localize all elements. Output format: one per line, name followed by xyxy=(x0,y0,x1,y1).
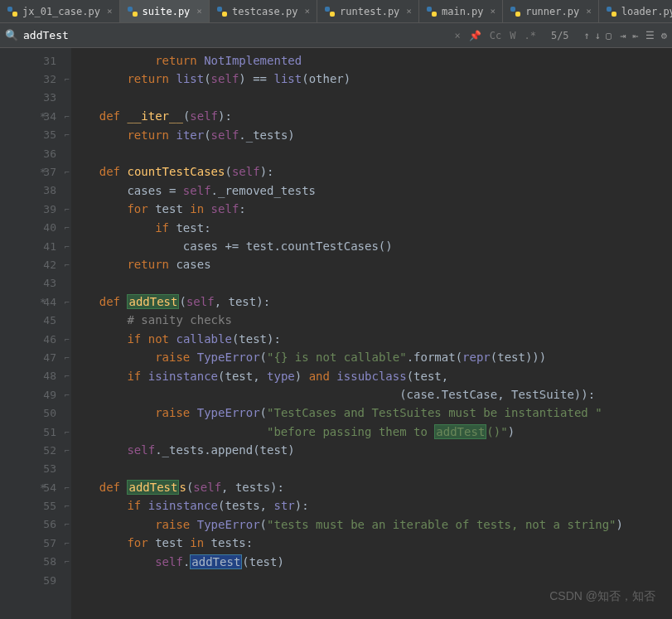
tab-label: runner.py xyxy=(525,6,579,17)
regex-toggle[interactable]: .* xyxy=(524,30,535,41)
tab-testcase-py[interactable]: testcase.py× xyxy=(210,0,317,22)
line-number: 33 xyxy=(0,89,71,107)
close-tab-icon[interactable]: × xyxy=(586,6,592,17)
svg-rect-3 xyxy=(133,12,138,17)
code-line[interactable]: if isinstance(test, type) and issubclass… xyxy=(71,367,623,385)
code-line[interactable]: raise TypeError("{} is not callable".for… xyxy=(71,348,623,366)
find-tool-3-icon[interactable]: ☰ xyxy=(645,30,655,41)
code-content[interactable]: return NotImplemented return list(self) … xyxy=(71,48,623,619)
python-file-icon xyxy=(216,6,228,17)
code-line[interactable] xyxy=(71,89,623,107)
match-case-toggle[interactable]: Cc xyxy=(490,30,501,41)
python-file-icon xyxy=(606,6,617,17)
tab-label: jx_01_case.py xyxy=(22,6,100,17)
code-line[interactable] xyxy=(71,460,623,478)
find-select-all-icon[interactable]: ▢ xyxy=(606,30,612,41)
code-line[interactable] xyxy=(71,274,623,293)
find-tool-1-icon[interactable]: ⇥ xyxy=(620,30,626,41)
close-tab-icon[interactable]: × xyxy=(107,6,113,17)
tab-runner-py[interactable]: runner.py× xyxy=(503,0,599,22)
python-file-icon xyxy=(127,6,138,17)
svg-rect-9 xyxy=(432,12,437,17)
tab-label: runtest.py xyxy=(340,6,399,17)
svg-rect-5 xyxy=(222,12,227,17)
svg-rect-7 xyxy=(330,12,335,17)
code-line[interactable]: (case.TestCase, TestSuite)): xyxy=(71,385,623,404)
svg-rect-1 xyxy=(12,12,17,17)
line-number: 51⌐ xyxy=(0,423,71,441)
line-number: 59 xyxy=(0,571,71,589)
line-number: 57⌐ xyxy=(0,534,71,552)
tab-runtest-py[interactable]: runtest.py× xyxy=(317,0,419,22)
code-line[interactable]: cases = self._removed_tests xyxy=(71,181,623,200)
tab-label: loader.py xyxy=(621,6,672,17)
line-number: 42⌐ xyxy=(0,255,71,273)
line-number: 36 xyxy=(0,144,71,162)
find-pin-icon[interactable]: 📌 xyxy=(469,30,481,41)
code-line[interactable]: raise TypeError("tests must be an iterab… xyxy=(71,515,623,534)
code-line[interactable]: if isinstance(tests, str): xyxy=(71,496,623,515)
python-file-icon xyxy=(7,6,18,17)
python-file-icon xyxy=(510,6,521,17)
line-number: 46⌐ xyxy=(0,330,71,348)
code-line[interactable]: "before passing them to addTest()") xyxy=(71,423,623,441)
close-tab-icon[interactable]: × xyxy=(491,6,496,17)
line-number: 49⌐ xyxy=(0,385,71,404)
code-line[interactable]: self._tests.append(test) xyxy=(71,441,623,459)
find-prev-icon[interactable]: ↑ xyxy=(584,30,590,41)
code-line[interactable]: for test in self: xyxy=(71,200,623,218)
editor-area[interactable]: 3132⌐33*34⌐35⌐36*37⌐3839⌐40⌐41⌐42⌐43*44⌐… xyxy=(0,48,672,619)
line-number: 58⌐ xyxy=(0,553,71,571)
code-line[interactable]: def countTestCases(self): xyxy=(71,162,623,181)
code-line[interactable]: if not callable(test): xyxy=(71,330,623,348)
code-line[interactable]: self.addTest(test) xyxy=(71,553,623,571)
close-tab-icon[interactable]: × xyxy=(406,6,412,17)
code-line[interactable]: raise TypeError("TestCases and TestSuite… xyxy=(71,404,623,422)
svg-rect-8 xyxy=(427,7,432,12)
code-line[interactable]: return NotImplemented xyxy=(71,51,623,70)
line-number: 45 xyxy=(0,311,71,329)
line-number: 41⌐ xyxy=(0,237,71,255)
svg-rect-12 xyxy=(607,7,612,12)
code-line[interactable]: return iter(self._tests) xyxy=(71,126,623,144)
tab-label: suite.py xyxy=(143,6,191,17)
line-number: 55⌐ xyxy=(0,496,71,515)
find-input[interactable] xyxy=(23,29,321,41)
code-line[interactable]: for test in tests: xyxy=(71,534,623,552)
code-line[interactable] xyxy=(71,571,623,589)
code-line[interactable] xyxy=(71,144,623,162)
svg-rect-4 xyxy=(217,7,222,12)
line-number: 40⌐ xyxy=(0,219,71,237)
code-line[interactable]: return list(self) == list(other) xyxy=(71,70,623,88)
python-file-icon xyxy=(426,6,438,17)
code-line[interactable]: if test: xyxy=(71,219,623,237)
code-line[interactable]: def addTest(self, test): xyxy=(71,293,623,311)
find-next-icon[interactable]: ↓ xyxy=(595,30,601,41)
tab-suite-py[interactable]: suite.py× xyxy=(120,0,210,22)
find-tool-2-icon[interactable]: ⇤ xyxy=(633,30,639,41)
find-filter-icon[interactable]: ⚙ xyxy=(661,30,667,41)
find-bar: 🔍 × 📌 Cc W .* 5/5 ↑ ↓ ▢ ⇥ ⇤ ☰ ⚙ xyxy=(0,23,672,48)
svg-rect-10 xyxy=(510,7,515,12)
line-number: 50 xyxy=(0,404,71,422)
code-line[interactable]: # sanity checks xyxy=(71,311,623,329)
find-close-icon[interactable]: × xyxy=(455,30,461,41)
code-line[interactable]: cases += test.countTestCases() xyxy=(71,237,623,255)
code-line[interactable]: def addTests(self, tests): xyxy=(71,478,623,496)
tab-main-py[interactable]: main.py× xyxy=(419,0,503,22)
line-number: 48⌐ xyxy=(0,367,71,385)
code-line[interactable]: return cases xyxy=(71,255,623,273)
find-count: 5/5 xyxy=(551,30,569,41)
code-line[interactable]: def __iter__(self): xyxy=(71,107,623,125)
line-number: 43 xyxy=(0,274,71,293)
line-number: *37⌐ xyxy=(0,162,71,181)
close-tab-icon[interactable]: × xyxy=(196,6,202,17)
tab-label: testcase.py xyxy=(232,6,297,17)
line-number: 32⌐ xyxy=(0,70,71,88)
search-icon: 🔍 xyxy=(5,29,17,41)
line-number: 52⌐ xyxy=(0,441,71,459)
close-tab-icon[interactable]: × xyxy=(304,6,310,17)
tab-jx_01_case-py[interactable]: jx_01_case.py× xyxy=(0,0,120,22)
whole-word-toggle[interactable]: W xyxy=(510,30,515,41)
tab-loader-py[interactable]: loader.py× xyxy=(599,0,672,22)
